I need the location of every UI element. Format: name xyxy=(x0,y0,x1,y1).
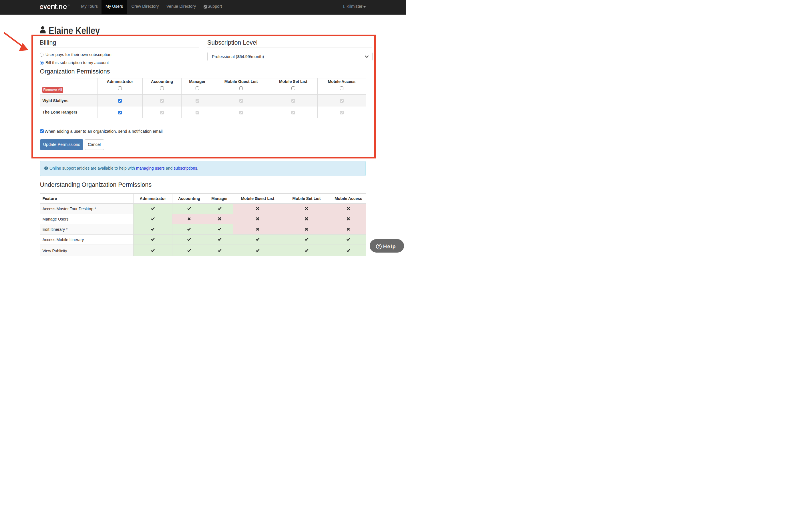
svg-text:?: ? xyxy=(378,245,380,249)
svg-text:TM: TM xyxy=(67,4,69,6)
